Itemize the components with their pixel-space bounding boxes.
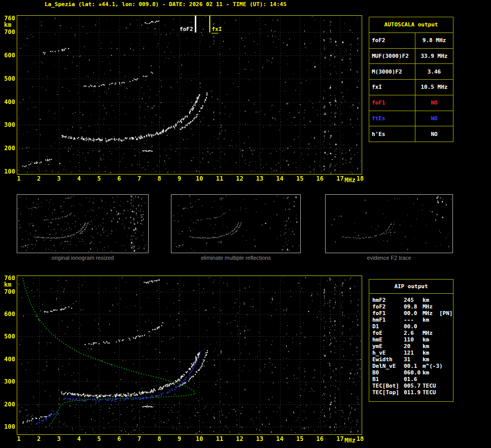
- param-unit: km: [423, 297, 439, 303]
- param-value: 00.0: [404, 310, 423, 317]
- param-label: M(3000)F2: [369, 64, 415, 79]
- param-flag: [PN]: [439, 310, 453, 317]
- param-name: ymE: [372, 343, 404, 350]
- param-name: B0: [372, 369, 404, 376]
- param-label: ftEs: [369, 111, 415, 126]
- param-value: 01.6: [404, 376, 423, 383]
- param-unit: [423, 376, 439, 383]
- aip-row-foe: foE 2.6 MHz: [372, 330, 453, 336]
- aip-row-d1: D1 00.0: [372, 323, 453, 330]
- param-unit: m^(-3): [423, 363, 439, 369]
- param-name: h_vE: [372, 350, 404, 356]
- table-row-fof2: foF2 9.8 MHz: [369, 33, 453, 49]
- table-row-fxi: fxI 10.5 MHz: [369, 80, 453, 95]
- param-value: 33.9 MHz: [415, 49, 453, 64]
- param-value: 011.9: [404, 389, 423, 396]
- param-name: foE: [372, 330, 404, 336]
- param-value: 005.7: [404, 383, 423, 389]
- aip-ionogram-plot: [0, 272, 367, 448]
- param-name: foF1: [372, 310, 404, 317]
- thumbnail-f2-canvas: [326, 195, 451, 252]
- thumbnail-original-ionogram: [17, 194, 149, 253]
- param-value: 09.8: [404, 303, 423, 310]
- param-name: D1: [372, 323, 404, 330]
- param-value: 20: [404, 343, 423, 350]
- thumbnail-evidence-f2: [325, 194, 453, 253]
- aip-row-hmf1: hmF1 --- km: [372, 317, 453, 323]
- param-name: DelN_vE: [372, 363, 404, 369]
- page-title: La_Spezia (lat: +44.1, lon: 009.8) - DAT…: [45, 1, 287, 8]
- param-name: TEC[Bot]: [372, 383, 404, 389]
- param-label: h'Es: [369, 126, 415, 142]
- param-name: hmE: [372, 336, 404, 343]
- aip-row-fof2: foF2 09.8 MHz: [372, 303, 453, 310]
- param-unit: MHz: [423, 310, 439, 317]
- thumbnail-reflections-canvas: [171, 195, 299, 252]
- table-row-m3000f2: M(3000)F2 3.46: [369, 64, 453, 80]
- param-name: hmF1: [372, 317, 404, 323]
- param-value: 060.0: [404, 369, 423, 376]
- param-name: Ewidth: [372, 356, 404, 363]
- param-unit: km: [423, 343, 439, 350]
- param-unit: TECU: [423, 383, 439, 389]
- param-label: fxI: [369, 80, 415, 95]
- thumbnail-eliminate-reflections: [171, 194, 301, 253]
- param-unit: km: [423, 317, 439, 323]
- param-value: 2.6: [404, 330, 423, 336]
- aip-row-hve: h_vE 121 km: [372, 350, 453, 356]
- aip-row-hme: hmE 110 km: [372, 336, 453, 343]
- param-unit: km: [423, 369, 439, 376]
- param-label: MUF(3000)F2: [369, 49, 415, 64]
- table-row-fof1: foF1 NO: [369, 95, 453, 111]
- aip-row-ewidth: Ewidth 31 km: [372, 356, 453, 363]
- table-row-muf3000f2: MUF(3000)F2 33.9 MHz: [369, 49, 453, 64]
- aip-row-delnve: DelN_vE 00.1 m^(-3): [372, 363, 453, 369]
- param-value: 245: [404, 297, 423, 303]
- param-unit: MHz: [423, 303, 439, 310]
- aip-panel-title: AIP output: [369, 280, 453, 294]
- aip-output-panel: AIP output hmF2 245 km foF2 09.8 MHz foF…: [369, 279, 453, 402]
- autoscala-output-panel: AUTOSCALA output foF2 9.8 MHz MUF(3000)F…: [369, 17, 453, 142]
- table-row-hes: h'Es NO: [369, 126, 453, 142]
- aip-row-b1: B1 01.6: [372, 376, 453, 383]
- param-label: foF1: [369, 95, 415, 111]
- param-unit: km: [423, 336, 439, 343]
- param-value: 10.5 MHz: [415, 80, 453, 95]
- param-value: 00.1: [404, 363, 423, 369]
- table-row-ftes: ftEs NO: [369, 111, 453, 127]
- param-name: B1: [372, 376, 404, 383]
- param-unit: TECU: [423, 389, 439, 396]
- param-unit: km: [423, 356, 439, 363]
- main-ionogram-plot: [0, 12, 367, 186]
- param-value: NO: [415, 126, 453, 142]
- aip-row-tecbot: TEC[Bot] 005.7 TECU: [372, 383, 453, 389]
- aip-row-b0: B0 060.0 km: [372, 369, 453, 376]
- thumbnail-caption: eliminate multiple reflections: [171, 255, 301, 261]
- param-value: 3.46: [415, 64, 453, 79]
- param-name: hmF2: [372, 297, 404, 303]
- thumbnail-original-canvas: [17, 195, 147, 252]
- param-label: foF2: [369, 33, 415, 48]
- param-value: NO: [415, 95, 453, 111]
- param-value: 110: [404, 336, 423, 343]
- param-value: 121: [404, 350, 423, 356]
- param-name: TEC[Top]: [372, 389, 404, 396]
- aip-parameter-list: hmF2 245 km foF2 09.8 MHz foF1 00.0 MHz …: [369, 294, 453, 396]
- param-unit: MHz: [423, 330, 439, 336]
- thumbnail-caption: original ionogram resized: [17, 255, 149, 261]
- autoscala-window: La_Spezia (lat: +44.1, lon: 009.8) - DAT…: [0, 0, 491, 448]
- aip-row-yme: ymE 20 km: [372, 343, 453, 350]
- param-value: NO: [415, 111, 453, 126]
- param-value: 9.8 MHz: [415, 33, 453, 48]
- param-name: foF2: [372, 303, 404, 310]
- thumbnail-caption: evidence F2 trace: [325, 255, 453, 261]
- param-unit: [423, 323, 439, 330]
- aip-row-hmf2: hmF2 245 km: [372, 297, 453, 303]
- aip-row-tectop: TEC[Top] 011.9 TECU: [372, 389, 453, 396]
- param-value: 00.0: [404, 323, 423, 330]
- param-value: ---: [404, 317, 423, 323]
- aip-row-fof1: foF1 00.0 MHz [PN]: [372, 310, 453, 317]
- autoscala-panel-title: AUTOSCALA output: [369, 17, 453, 33]
- param-value: 31: [404, 356, 423, 363]
- param-unit: km: [423, 350, 439, 356]
